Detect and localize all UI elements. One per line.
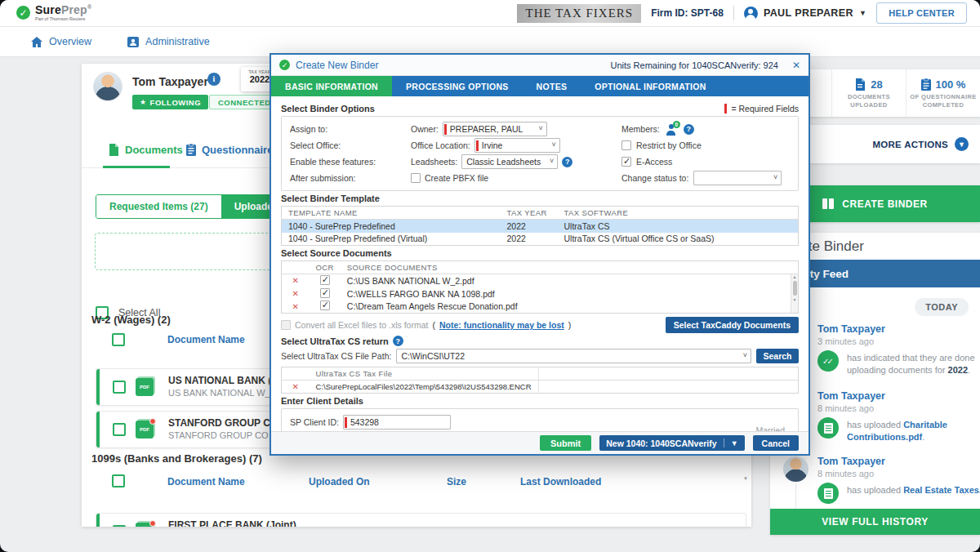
section-w2-title: W-2 (Wages) (2) <box>91 314 171 326</box>
source-doc-path: C:\Dream Team Angels Rescue Donation.pdf <box>341 300 799 314</box>
office-location-select[interactable]: Irvine <box>474 138 560 153</box>
tab-questionnaire[interactable]: Questionnaire <box>186 144 273 156</box>
pdf-icon: PDF <box>136 523 154 527</box>
brand-reg: ® <box>87 5 91 11</box>
unread-dot <box>149 520 156 527</box>
app-root: ✓ SurePrep® Part of Thomson Reuters THE … <box>0 0 980 552</box>
assign-to-label: Assign to: <box>290 124 411 134</box>
nav-administrative[interactable]: Administrative <box>127 36 210 47</box>
delete-x-icon[interactable]: ✕ <box>282 300 310 314</box>
create-pbfx-label: Create PBFX file <box>425 173 488 183</box>
stat-label: COMPLETED <box>923 101 964 109</box>
ocr-checkbox[interactable] <box>320 300 330 310</box>
row-status-bar <box>96 514 100 527</box>
required-bar-icon <box>724 104 727 114</box>
cancel-button[interactable]: Cancel <box>753 435 799 451</box>
feed-entry-name[interactable]: Tom Taxpayer <box>817 456 885 467</box>
functionality-note-link[interactable]: Note: functionality may be lost <box>439 320 564 330</box>
sp-client-id-label: SP Client ID: <box>290 417 339 427</box>
sureprep-check-icon: ✓ <box>16 6 30 20</box>
close-icon[interactable]: ✕ <box>792 60 800 71</box>
source-docs-scrollbar[interactable]: ▲▼ <box>791 274 798 313</box>
col-empty <box>538 367 798 381</box>
help-icon[interactable]: ? <box>684 124 694 135</box>
binder-type-dropdown[interactable]: New 1040: 1040SCANverify▼ <box>599 435 744 451</box>
delete-x-icon[interactable]: ✕ <box>282 274 310 287</box>
ocr-checkbox[interactable] <box>320 288 330 298</box>
edit-pencil-icon[interactable]: ✎ <box>302 526 311 527</box>
view-full-history-button[interactable]: VIEW FULL HISTORY <box>770 509 980 535</box>
unread-dot <box>149 418 156 425</box>
modal-footer: Submit New 1040: 1040SCANverify▼ Cancel <box>271 431 808 454</box>
row-checkbox[interactable] <box>113 423 126 436</box>
search-button[interactable]: Search <box>756 349 799 363</box>
nav-administrative-label: Administrative <box>145 36 210 47</box>
change-status-select[interactable] <box>693 171 782 185</box>
members-icon[interactable]: 0 <box>665 123 679 136</box>
feed-entry-message: has indicated that they are done uploadi… <box>847 352 978 377</box>
owner-select[interactable]: PREPARER, PAUL <box>443 122 547 136</box>
stat-label: OF QUESTIONNAIRE <box>910 93 976 100</box>
pdf-icon: PDF <box>136 378 154 396</box>
avatar <box>782 455 810 483</box>
nav-overview[interactable]: Overview <box>31 36 91 47</box>
row-checkbox[interactable] <box>113 525 126 527</box>
more-menu-icon[interactable]: ••• <box>724 526 737 527</box>
col-delete <box>282 367 310 381</box>
following-badge[interactable]: ★FOLLOWING <box>132 95 208 109</box>
leadsheets-label: Leadsheets: <box>411 157 457 167</box>
tab-documents[interactable]: Documents <box>109 144 183 156</box>
star-icon: ★ <box>140 98 147 106</box>
col-tax-year: TAX YEAR <box>501 207 558 220</box>
doc-row-first-place[interactable]: PDF FIRST PLACE BANK (Joint) FIRST PLACE… <box>96 513 746 527</box>
convert-xls-checkbox[interactable] <box>281 320 291 330</box>
client-name: Tom Taxpayer <box>132 75 208 88</box>
select-taxcaddy-button[interactable]: Select TaxCaddy Documents <box>666 317 799 333</box>
file-path-combobox[interactable]: C:\WinCSI\UT22 <box>396 349 751 363</box>
leadsheets-select[interactable]: Classic Leadsheets <box>461 154 558 169</box>
user-menu[interactable]: PAUL PREPARER ▼ <box>744 7 866 20</box>
e-access-checkbox[interactable] <box>621 157 631 167</box>
b1099-header-checkbox[interactable] <box>112 474 125 487</box>
row-checkbox[interactable] <box>113 381 126 394</box>
b1099-header-uploaded: Uploaded On <box>309 476 370 487</box>
delete-x-icon[interactable]: ✕ <box>282 287 310 300</box>
file-path-label: Select UltraTax CS File Path: <box>281 351 391 361</box>
tab-notes[interactable]: NOTES <box>523 76 581 96</box>
submit-button[interactable]: Submit <box>540 435 591 451</box>
feed-entry-time: 8 minutes ago <box>817 403 874 413</box>
binder-template-title: Select Binder Template <box>281 194 380 203</box>
feed-entry-name[interactable]: Tom Taxpayer <box>817 323 885 335</box>
help-icon[interactable]: ? <box>393 336 403 346</box>
document-stat-icon <box>855 78 866 91</box>
create-pbfx-checkbox[interactable] <box>411 173 421 183</box>
restrict-by-office-checkbox[interactable] <box>621 140 631 150</box>
modal-tabs: BASIC INFORMATION PROCESSING OPTIONS NOT… <box>271 76 808 96</box>
subtab-requested-items[interactable]: Requested Items (27) <box>96 195 221 218</box>
source-documents-title: Select Source Documents <box>281 248 392 258</box>
w2-header-row: Document Name <box>112 333 245 346</box>
sp-client-id-input[interactable]: 543298 <box>343 415 451 430</box>
template-row[interactable]: 1040 - SurePrep Predefined (Virtual) 202… <box>282 233 799 246</box>
feed-entry-name[interactable]: Tom Taxpayer <box>817 390 885 402</box>
brand-light: Prep <box>61 3 87 16</box>
source-doc-row: ✕ C:\Dream Team Angels Rescue Donation.p… <box>282 300 799 314</box>
binder-template-table: TEMPLATE NAME TAX YEAR TAX SOFTWARE 1040… <box>281 206 799 246</box>
firm-id: Firm ID: SPT-68 <box>651 7 724 19</box>
more-actions-chevron-icon[interactable]: ▼ <box>955 137 969 151</box>
template-row-selected[interactable]: 1040 - SurePrep Predefined 2022 UltraTax… <box>282 220 799 233</box>
binder-icon <box>822 198 834 209</box>
tab-basic-information[interactable]: BASIC INFORMATION <box>271 76 392 96</box>
user-avatar-icon <box>744 7 758 20</box>
list-scrollbar[interactable]: ▼ <box>743 476 748 481</box>
info-icon[interactable]: i <box>207 73 220 86</box>
w2-header-checkbox[interactable] <box>112 333 125 346</box>
tab-optional-information[interactable]: OPTIONAL INFORMATION <box>581 76 719 96</box>
help-icon[interactable]: ? <box>562 157 572 167</box>
ultratax-file-table: UltraTax CS Tax File ✕ C:\SurePrepLocalF… <box>281 367 799 394</box>
tab-processing-options[interactable]: PROCESSING OPTIONS <box>392 76 523 96</box>
delete-x-icon[interactable]: ✕ <box>282 381 310 394</box>
flag-icon[interactable]: ⚑ <box>688 526 699 527</box>
help-center-button[interactable]: HELP CENTER <box>876 2 967 24</box>
ocr-checkbox[interactable] <box>320 275 330 285</box>
